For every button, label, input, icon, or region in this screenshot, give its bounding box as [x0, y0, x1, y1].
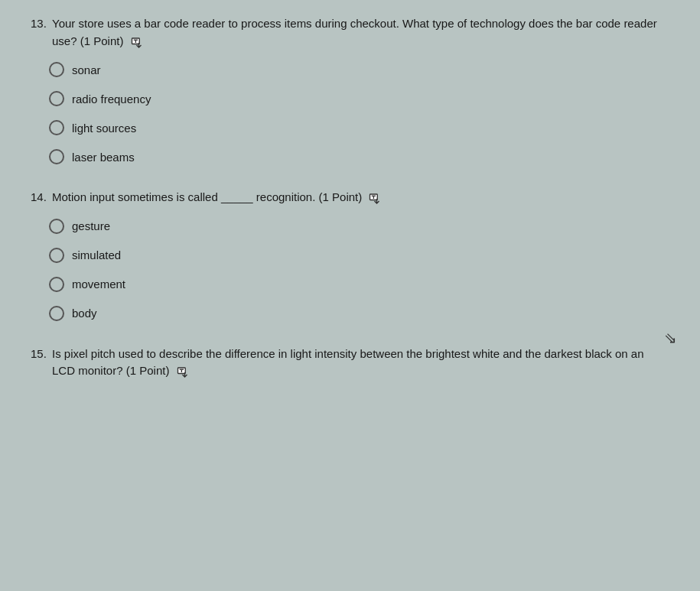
question-14: 14. Motion input sometimes is called ___… — [31, 189, 669, 321]
option-13-4[interactable]: laser beams — [49, 149, 669, 164]
question-14-body: Motion input sometimes is called _____ r… — [52, 189, 669, 206]
option-13-1-label: sonar — [72, 63, 101, 76]
question-14-content: Motion input sometimes is called _____ r… — [52, 190, 362, 203]
option-14-1-label: gesture — [72, 219, 110, 232]
radio-14-2[interactable] — [49, 248, 64, 263]
option-14-1[interactable]: gesture — [49, 219, 669, 234]
question-13: 13. Your store uses a bar code reader to… — [31, 15, 669, 164]
page-container: 13. Your store uses a bar code reader to… — [31, 15, 669, 380]
option-14-3-label: movement — [72, 278, 125, 291]
radio-13-2[interactable] — [49, 91, 64, 106]
option-13-3-label: light sources — [72, 122, 136, 135]
option-14-3[interactable]: movement — [49, 277, 669, 292]
option-14-4-label: body — [72, 307, 97, 320]
question-15-body: Is pixel pitch used to describe the diff… — [52, 346, 669, 380]
question-15-number: 15. — [31, 346, 49, 363]
radio-14-1[interactable] — [49, 219, 64, 234]
option-13-1[interactable]: sonar — [49, 62, 669, 77]
option-14-2-label: simulated — [72, 248, 121, 261]
question-13-options: sonar radio frequency light sources lase… — [49, 62, 669, 164]
radio-13-1[interactable] — [49, 62, 64, 77]
option-13-3[interactable]: light sources — [49, 120, 669, 135]
option-14-4[interactable]: body — [49, 306, 669, 321]
question-15-content: Is pixel pitch used to describe the diff… — [52, 347, 644, 378]
question-14-number: 14. — [31, 189, 49, 206]
translate-icon-15[interactable] — [177, 365, 192, 378]
option-13-4-label: laser beams — [72, 151, 135, 164]
question-15: 15. Is pixel pitch used to describe the … — [31, 346, 669, 380]
option-13-2-label: radio frequency — [72, 93, 151, 106]
question-13-text: 13. Your store uses a bar code reader to… — [31, 15, 669, 50]
radio-14-4[interactable] — [49, 306, 64, 321]
radio-13-4[interactable] — [49, 149, 64, 164]
cursor-arrow-icon: ⇘ — [664, 329, 677, 347]
radio-13-3[interactable] — [49, 120, 64, 135]
question-14-options: gesture simulated movement body — [49, 219, 669, 321]
translate-icon-13[interactable] — [131, 36, 146, 48]
radio-14-3[interactable] — [49, 277, 64, 292]
question-13-number: 13. — [31, 15, 49, 33]
question-14-text: 14. Motion input sometimes is called ___… — [31, 189, 669, 206]
question-13-body: Your store uses a bar code reader to pro… — [52, 15, 669, 50]
translate-icon-14[interactable] — [369, 192, 384, 204]
question-15-text: 15. Is pixel pitch used to describe the … — [31, 346, 669, 380]
option-14-2[interactable]: simulated — [49, 248, 669, 263]
option-13-2[interactable]: radio frequency — [49, 91, 669, 106]
